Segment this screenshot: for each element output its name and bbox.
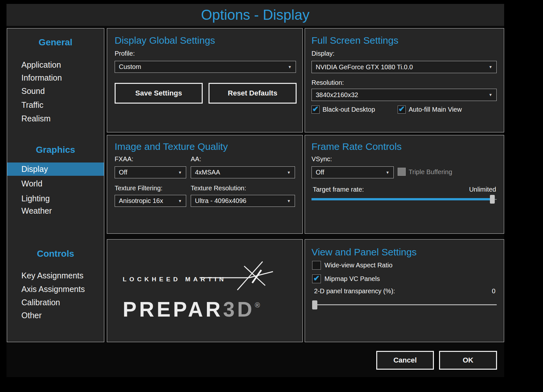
- vsync-label: VSync:: [311, 155, 332, 163]
- fxaa-dropdown[interactable]: Off ▼: [115, 166, 186, 178]
- check-icon: ✔: [398, 105, 405, 113]
- view-panel-settings-heading: View and Panel Settings: [311, 247, 417, 258]
- resolution-dropdown[interactable]: 3840x2160x32 ▼: [311, 89, 497, 101]
- texture-resolution-value: Ultra - 4096x4096: [195, 197, 246, 205]
- view-panel-settings-panel: View and Panel Settings Wide-view Aspect…: [305, 239, 504, 342]
- resolution-value: 3840x2160x32: [316, 91, 358, 99]
- frame-rate-controls-panel: Frame Rate Controls VSync: Off ▼ Triple …: [305, 135, 504, 234]
- check-icon: ✔: [312, 105, 319, 113]
- wide-view-aspect-ratio-label: Wide-view Aspect Ratio: [324, 261, 392, 270]
- sidebar-item-display[interactable]: Display: [7, 162, 104, 176]
- image-texture-quality-panel: Image and Texture Quality FXAA: AA: Off …: [107, 135, 303, 234]
- chevron-down-icon: ▼: [489, 65, 492, 69]
- sidebar-item-realism[interactable]: Realism: [7, 113, 104, 124]
- panel-transparency-value: 0: [492, 287, 495, 295]
- frame-rate-controls-heading: Frame Rate Controls: [311, 141, 402, 152]
- sidebar-header-general: General: [7, 37, 104, 48]
- reset-defaults-button[interactable]: Reset Defaults: [209, 83, 297, 104]
- save-settings-button[interactable]: Save Settings: [115, 83, 203, 104]
- wide-view-aspect-ratio-checkbox[interactable]: [312, 261, 321, 270]
- aa-label: AA:: [191, 155, 201, 163]
- sidebar-item-lighting[interactable]: Lighting: [7, 193, 104, 204]
- ok-button[interactable]: OK: [439, 351, 497, 370]
- texture-resolution-label: Texture Resolution:: [191, 185, 246, 192]
- chevron-down-icon: ▼: [287, 170, 291, 175]
- display-label: Display:: [311, 50, 334, 57]
- profile-dropdown[interactable]: Custom ▼: [115, 61, 296, 73]
- slider-thumb[interactable]: [312, 300, 317, 309]
- sidebar-item-other[interactable]: Other: [7, 310, 104, 320]
- vsync-dropdown[interactable]: Off ▼: [311, 166, 394, 178]
- slider-track[interactable]: [312, 304, 497, 305]
- slider-thumb[interactable]: [490, 195, 495, 204]
- chevron-down-icon: ▼: [287, 199, 291, 203]
- image-texture-quality-heading: Image and Texture Quality: [115, 141, 228, 152]
- sidebar-item-information[interactable]: Information: [7, 73, 104, 83]
- sidebar-item-sound[interactable]: Sound: [7, 86, 104, 96]
- chevron-down-icon: ▼: [489, 93, 492, 97]
- texture-filtering-value: Anisotropic 16x: [119, 197, 163, 205]
- sidebar-item-calibration[interactable]: Calibration: [7, 297, 104, 308]
- vsync-value: Off: [316, 169, 324, 176]
- sidebar-item-traffic[interactable]: Traffic: [7, 100, 104, 110]
- autofill-main-view-label: Auto-fill Main View: [409, 106, 462, 114]
- chevron-down-icon: ▼: [386, 170, 390, 175]
- target-frame-rate-label: Target frame rate:: [313, 186, 364, 193]
- resolution-label: Resolution:: [311, 79, 344, 86]
- aa-dropdown[interactable]: 4xMSAA ▼: [191, 166, 295, 178]
- mipmap-vc-panels-label: Mipmap VC Panels: [324, 274, 380, 283]
- sidebar-item-world[interactable]: World: [7, 178, 104, 189]
- texture-filtering-label: Texture Filtering:: [115, 185, 163, 192]
- slider-track-rest[interactable]: [495, 199, 497, 200]
- slider-track-filled[interactable]: [311, 198, 491, 200]
- fxaa-label: FXAA:: [115, 155, 133, 163]
- title-bar: Options - Display: [6, 4, 504, 26]
- blackout-desktop-label: Black-out Desktop: [322, 106, 375, 114]
- cancel-button[interactable]: Cancel: [376, 351, 434, 370]
- sidebar-item-key-assignments[interactable]: Key Assignments: [7, 270, 104, 281]
- profile-dropdown-value: Custom: [119, 63, 141, 71]
- target-frame-rate-value: Unlimited: [469, 186, 496, 193]
- display-adapter-dropdown[interactable]: NVIDIA GeForce GTX 1080 Ti.0.0 ▼: [311, 61, 497, 73]
- prepar3d-logo-panel: LOCKHEED MARTIN PREPAR3D®: [107, 239, 303, 342]
- texture-resolution-dropdown[interactable]: Ultra - 4096x4096 ▼: [191, 195, 295, 207]
- page-title: Options - Display: [201, 7, 310, 23]
- sidebar-item-weather[interactable]: Weather: [7, 206, 104, 216]
- display-adapter-value: NVIDIA GeForce GTX 1080 Ti.0.0: [316, 63, 413, 71]
- chevron-down-icon: ▼: [288, 65, 292, 69]
- target-frame-rate-slider[interactable]: [311, 194, 497, 205]
- sidebar-item-axis-assignments[interactable]: Axis Assignments: [7, 284, 104, 294]
- sidebar-item-application[interactable]: Application: [7, 60, 104, 70]
- triple-buffering-label: Triple Buffering: [409, 168, 452, 176]
- prepar3d-wordmark: PREPAR3D®: [123, 294, 260, 321]
- mipmap-vc-panels-checkbox[interactable]: ✔: [312, 274, 321, 283]
- lockheed-martin-wordmark: LOCKHEED MARTIN: [123, 276, 227, 283]
- display-global-settings-heading: Display Global Settings: [115, 35, 215, 46]
- registered-trademark-icon: ®: [255, 301, 260, 309]
- blackout-desktop-checkbox[interactable]: ✔: [311, 106, 320, 114]
- chevron-down-icon: ▼: [178, 199, 182, 203]
- aa-value: 4xMSAA: [195, 169, 220, 176]
- panel-transparency-slider[interactable]: [312, 300, 497, 311]
- panel-transparency-label: 2-D panel transparency (%):: [314, 287, 395, 295]
- fxaa-value: Off: [119, 169, 127, 176]
- texture-filtering-dropdown[interactable]: Anisotropic 16x ▼: [115, 195, 186, 207]
- sidebar-header-graphics: Graphics: [7, 144, 104, 156]
- chevron-down-icon: ▼: [178, 170, 182, 175]
- autofill-main-view-checkbox[interactable]: ✔: [398, 106, 406, 114]
- sidebar: General Application Information Sound Tr…: [7, 28, 104, 342]
- options-display-window: Options - Display General Application In…: [0, 0, 543, 392]
- full-screen-settings-panel: Full Screen Settings Display: NVIDIA GeF…: [305, 28, 504, 132]
- triple-buffering-checkbox: [398, 168, 406, 176]
- sidebar-header-controls: Controls: [7, 248, 104, 260]
- check-icon: ✔: [313, 274, 320, 282]
- full-screen-settings-heading: Full Screen Settings: [311, 35, 398, 46]
- profile-label: Profile:: [115, 50, 135, 57]
- display-global-settings-panel: Display Global Settings Profile: Custom …: [107, 28, 303, 132]
